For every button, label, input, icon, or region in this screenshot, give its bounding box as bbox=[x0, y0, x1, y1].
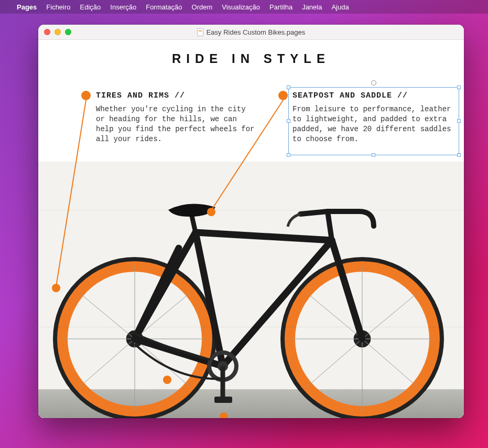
traffic-lights bbox=[44, 29, 71, 35]
menu-partilha[interactable]: Partilha bbox=[269, 3, 292, 11]
callout-dot-crank bbox=[163, 376, 171, 384]
svg-line-13 bbox=[79, 293, 135, 339]
svg-line-15 bbox=[362, 293, 418, 339]
text-block-tires[interactable]: TIRES AND RIMS // Whether you're cycling… bbox=[96, 91, 258, 144]
callout-bullet-right bbox=[278, 91, 288, 100]
window-title-text: Easy Rides Custom Bikes.pages bbox=[207, 28, 306, 36]
document-window: Easy Rides Custom Bikes.pages RIDE IN ST… bbox=[38, 25, 464, 418]
menu-visualizacao[interactable]: Visualização bbox=[222, 3, 260, 11]
svg-line-26 bbox=[223, 240, 332, 366]
resize-handle-nw[interactable] bbox=[287, 86, 290, 89]
menu-ficheiro[interactable]: Ficheiro bbox=[46, 3, 70, 11]
text-block-body: Whether you're cycling in the city or he… bbox=[96, 104, 258, 144]
titlebar[interactable]: Easy Rides Custom Bikes.pages bbox=[38, 25, 464, 40]
window-title: Easy Rides Custom Bikes.pages bbox=[197, 28, 306, 36]
bicycle-illustration bbox=[38, 162, 464, 418]
svg-rect-35 bbox=[214, 397, 232, 403]
resize-handle-ne[interactable] bbox=[457, 86, 461, 89]
resize-handle-e[interactable] bbox=[457, 119, 461, 123]
svg-line-27 bbox=[332, 240, 362, 339]
callout-dot-pedal bbox=[220, 412, 228, 418]
svg-line-11 bbox=[79, 339, 135, 387]
callout-dot-saddle bbox=[207, 208, 215, 216]
callout-dot-tire bbox=[52, 284, 60, 292]
svg-line-17 bbox=[362, 339, 418, 387]
rotate-handle[interactable] bbox=[371, 80, 376, 86]
svg-line-25 bbox=[196, 232, 332, 240]
menu-ajuda[interactable]: Ajuda bbox=[331, 3, 349, 11]
text-block-title: TIRES AND RIMS // bbox=[96, 91, 258, 100]
menu-janela[interactable]: Janela bbox=[302, 3, 322, 11]
svg-line-19 bbox=[307, 339, 362, 387]
selection-box[interactable] bbox=[288, 87, 459, 155]
svg-line-31 bbox=[300, 211, 328, 214]
menu-insercao[interactable]: Inserção bbox=[110, 3, 136, 11]
document-canvas[interactable]: RIDE IN STYLE TIRES AND RIMS // Whether … bbox=[38, 40, 464, 418]
zoom-button[interactable] bbox=[65, 29, 71, 35]
menu-ordem[interactable]: Ordem bbox=[192, 3, 213, 11]
close-button[interactable] bbox=[44, 29, 50, 35]
page-title[interactable]: RIDE IN STYLE bbox=[38, 51, 464, 66]
menubar: Pages Ficheiro Edição Inserção Formataçã… bbox=[0, 0, 488, 14]
app-menu[interactable]: Pages bbox=[17, 3, 37, 11]
resize-handle-sw[interactable] bbox=[287, 153, 290, 157]
photo-bicycle[interactable] bbox=[38, 162, 464, 418]
minimize-button[interactable] bbox=[55, 29, 61, 35]
menu-edicao[interactable]: Edição bbox=[80, 3, 101, 11]
svg-line-30 bbox=[328, 211, 332, 240]
resize-handle-w[interactable] bbox=[287, 119, 290, 123]
resize-handle-s[interactable] bbox=[372, 153, 375, 157]
menu-formatacao[interactable]: Formatação bbox=[146, 3, 182, 11]
document-icon bbox=[197, 28, 203, 36]
callout-bullet-left bbox=[81, 91, 91, 100]
resize-handle-se[interactable] bbox=[457, 153, 461, 157]
